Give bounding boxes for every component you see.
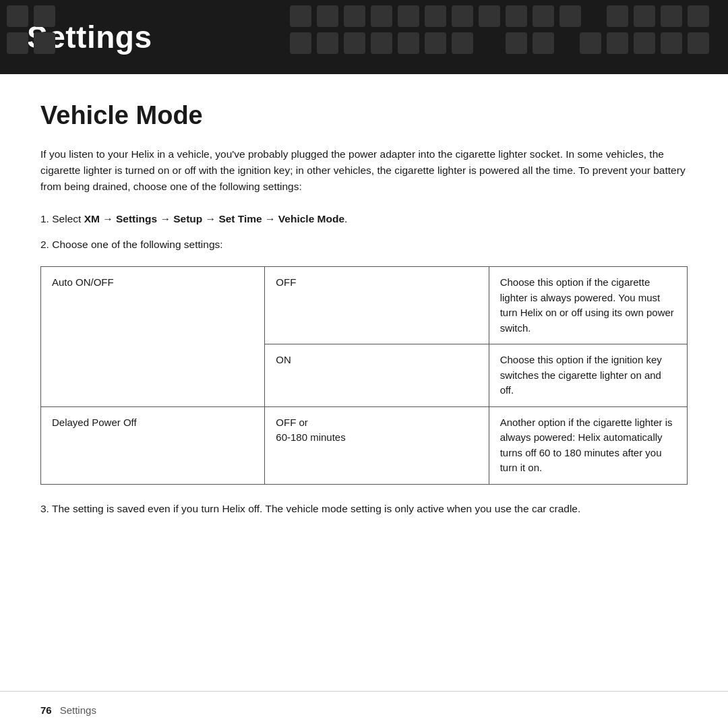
intro-paragraph: If you listen to your Helix in a vehicle…: [40, 146, 688, 195]
on-option-label: ON: [265, 344, 489, 407]
svg-rect-25: [452, 32, 473, 54]
svg-rect-8: [661, 5, 682, 27]
svg-rect-7: [634, 32, 655, 54]
svg-rect-32: [580, 32, 601, 54]
svg-rect-31: [559, 5, 581, 27]
svg-rect-16: [344, 5, 365, 27]
step1-prefix: 1. Select: [40, 213, 84, 224]
svg-rect-6: [634, 5, 655, 27]
svg-rect-9: [661, 32, 682, 54]
page-header: Settings: [0, 0, 728, 74]
svg-rect-20: [398, 5, 419, 27]
svg-rect-4: [607, 5, 628, 27]
svg-rect-17: [344, 32, 365, 54]
svg-rect-5: [607, 32, 628, 54]
page-footer: 76 Settings: [0, 691, 728, 728]
svg-rect-18: [371, 5, 392, 27]
page-number: 76: [40, 704, 52, 716]
svg-rect-28: [506, 32, 527, 54]
delayed-power-off-label: Delayed Power Off: [41, 406, 265, 484]
svg-rect-13: [290, 32, 311, 54]
settings-table: Auto ON/OFF OFF Choose this option if th…: [40, 266, 688, 485]
step1-nav: XM → Settings → Setup → Set Time → Vehic…: [84, 213, 344, 224]
on-option-desc: Choose this option if the ignition key s…: [489, 344, 687, 407]
delayed-option-value: OFF or60-180 minutes: [265, 406, 489, 484]
svg-rect-12: [290, 5, 311, 27]
off-option-label: OFF: [265, 267, 489, 344]
step-1: 1. Select XM → Settings → Setup → Set Ti…: [40, 211, 688, 227]
svg-rect-29: [533, 5, 554, 27]
svg-rect-0: [7, 5, 28, 27]
table-row-off: Auto ON/OFF OFF Choose this option if th…: [41, 267, 688, 344]
step-3: 3. The setting is saved even if you turn…: [40, 501, 688, 517]
svg-rect-27: [506, 5, 527, 27]
svg-rect-30: [533, 32, 554, 54]
delayed-option-desc: Another option if the cigarette lighter …: [489, 406, 687, 484]
svg-rect-10: [688, 5, 709, 27]
svg-rect-22: [425, 5, 446, 27]
table-row-delayed: Delayed Power Off OFF or60-180 minutes A…: [41, 406, 688, 484]
svg-rect-14: [317, 5, 338, 27]
main-content: Vehicle Mode If you listen to your Helix…: [0, 74, 728, 553]
svg-rect-1: [7, 32, 28, 54]
svg-rect-11: [688, 32, 709, 54]
off-option-desc: Choose this option if the cigarette ligh…: [489, 267, 687, 344]
svg-rect-21: [398, 32, 419, 54]
header-title: Settings: [27, 19, 152, 55]
step-2: 2. Choose one of the following settings:: [40, 237, 688, 253]
auto-on-off-label: Auto ON/OFF: [41, 267, 265, 407]
section-title: Vehicle Mode: [40, 101, 688, 130]
svg-rect-23: [425, 32, 446, 54]
svg-rect-24: [452, 5, 473, 27]
svg-rect-19: [371, 32, 392, 54]
step1-suffix: .: [344, 213, 347, 224]
svg-rect-26: [479, 5, 500, 27]
svg-rect-15: [317, 32, 338, 54]
footer-label: Settings: [60, 704, 96, 716]
